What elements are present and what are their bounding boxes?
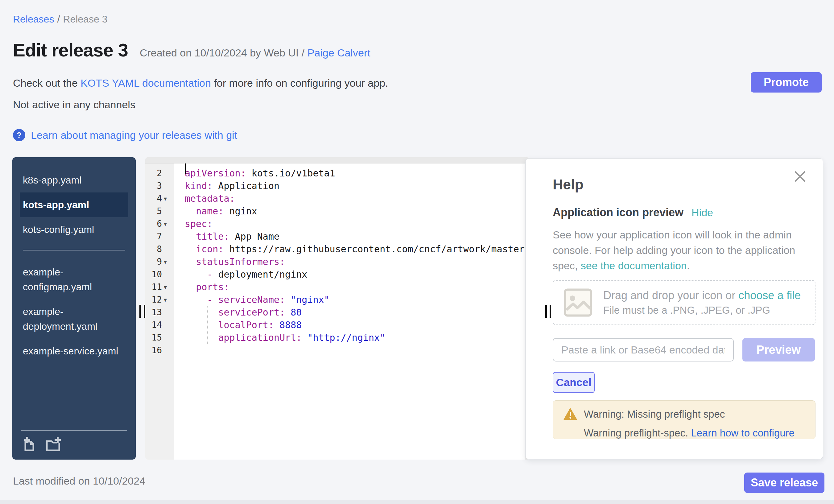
code-segment: icon: [196,244,224,255]
code-text: kind: Application [174,180,280,191]
warning-title: Warning: Missing preflight spec [584,409,725,420]
resize-bar [144,305,145,318]
code-line-16[interactable]: 16 [145,344,530,356]
sidebar-file-k8s-app.yaml[interactable]: k8s-app.yaml [20,168,128,193]
promote-button[interactable]: Promote [751,72,822,92]
warning-detail: Warning preflight-spec. Learn how to con… [584,427,815,439]
breadcrumb: Releases/Release 3 [13,14,107,25]
code-text: apiVersion: kots.io/v1beta1 [174,168,335,179]
code-segment: Application [213,180,280,191]
code-line-8[interactable]: 8 icon: https://raw.githubusercontent.co… [145,243,530,256]
code-line-9[interactable]: 9▾ statusInformers: [145,256,530,268]
code-line-10[interactable]: 10 - deployment/nginx [145,268,530,281]
page-title: Edit release 3 [13,40,128,61]
icon-dropzone[interactable]: Drag and drop your icon or choose a file… [553,280,815,325]
line-number: 9 [145,257,162,267]
code-line-7[interactable]: 7 title: App Name [145,230,530,243]
code-segment: apiVersion: [185,168,246,179]
line-number: 15 [145,332,162,343]
code-line-11[interactable]: 11▾ ports: [145,281,530,293]
help-panel-title: Help [553,176,815,193]
code-segment: nginx [224,206,257,217]
created-by-text: Created on 10/10/2024 by Web UI / Paige … [140,47,370,59]
file-label: k8s-app.yaml [23,175,82,186]
line-number: 16 [145,345,162,355]
help-panel-resize-handle[interactable] [545,305,551,318]
last-modified-text: Last modified on 10/10/2024 [13,475,145,487]
code-segment [185,307,218,318]
kots-yaml-doc-link[interactable]: KOTS YAML documentation [81,77,211,89]
code-line-5[interactable]: 5 name: nginx [145,205,530,217]
fold-arrow-icon[interactable]: ▾ [162,195,174,202]
code-segment: name: [196,206,224,217]
code-segment [185,282,196,292]
code-line-15[interactable]: 15 applicationUrl: "http://nginx" [145,331,530,344]
new-file-icon[interactable] [21,437,37,453]
sidebar-file-kots-config.yaml[interactable]: kots-config.yaml [20,217,128,242]
fold-arrow-icon[interactable]: ▾ [162,258,174,266]
fold-arrow-icon[interactable]: ▾ [162,296,174,304]
code-text: - deployment/nginx [174,269,307,280]
dropzone-text: Drag and drop your icon or choose a file… [603,289,801,316]
code-line-14[interactable]: 14 localPort: 8888 [145,319,530,331]
code-line-12[interactable]: 12▾ - serviceName: "nginx" [145,293,530,306]
code-line-6[interactable]: 6▾spec: [145,217,530,230]
sidebar-file-kots-app.yaml[interactable]: kots-app.yaml [20,193,128,217]
save-release-button[interactable]: Save release [744,473,825,493]
code-line-13[interactable]: 13 servicePort: 80 [145,306,530,319]
file-list: k8s-app.yaml kots-app.yaml kots-config.y… [12,157,136,363]
line-number: 4 [145,193,162,203]
code-segment: title: [196,231,229,242]
code-lines: 1---2apiVersion: kots.io/v1beta13kind: A… [145,157,530,356]
sidebar-file-example-configmap.yaml[interactable]: example-configmap.yaml [20,260,128,299]
git-help-link[interactable]: Learn about managing your releases with … [31,129,237,141]
code-line-4[interactable]: 4▾metadata: [145,192,530,205]
choose-file-link[interactable]: choose a file [739,289,801,302]
code-line-2[interactable]: 2apiVersion: kots.io/v1beta1 [145,167,530,179]
sidebar-file-example-service.yaml[interactable]: example-service.yaml [20,339,128,363]
icon-url-input[interactable] [553,338,734,361]
code-text: metadata: [174,193,235,204]
fold-arrow-icon[interactable]: ▾ [162,283,174,291]
warning-triangle-icon [564,408,577,420]
file-group-examples: example-configmap.yaml example-deploymen… [20,260,128,363]
code-segment: "http://nginx" [302,332,385,343]
line-number: 12 [145,294,162,305]
indent-guide [207,306,208,344]
code-line-3[interactable]: 3kind: Application [145,179,530,192]
sidebar-file-example-deployment.yaml[interactable]: example-deployment.yaml [20,299,128,339]
code-segment [185,231,196,242]
preview-button[interactable]: Preview [742,338,815,361]
new-folder-icon[interactable] [45,437,61,453]
editor-horizontal-scrollbar[interactable] [145,157,530,163]
preflight-warning-box: Warning: Missing preflight spec Warning … [553,400,815,439]
title-row: Edit release 3 Created on 10/10/2024 by … [13,40,370,61]
cancel-button[interactable]: Cancel [553,372,595,393]
breadcrumb-releases-link[interactable]: Releases [13,14,54,25]
code-segment: metadata: [185,193,235,204]
sidebar-resize-handle[interactable] [139,305,145,318]
code-text: applicationUrl: "http://nginx" [174,332,385,343]
code-segment: statusInformers: [196,256,285,267]
hide-link[interactable]: Hide [692,207,713,219]
line-number: 5 [145,206,162,216]
created-by-author-link[interactable]: Paige Calvert [308,47,370,59]
close-icon[interactable] [793,169,808,184]
file-group-divider [23,250,125,250]
code-segment [185,244,196,255]
channel-status: Not active in any channels [13,99,135,111]
code-segment [185,294,207,305]
learn-how-to-configure-link[interactable]: Learn how to configure [691,427,794,439]
fold-arrow-icon[interactable]: ▾ [162,220,174,228]
resize-bar [550,305,551,318]
yaml-editor[interactable]: 1---2apiVersion: kots.io/v1beta13kind: A… [145,157,530,460]
warning-detail-text: Warning preflight-spec. [584,427,691,439]
sidebar-actions [21,430,127,453]
code-text: name: nginx [174,206,257,217]
see-documentation-link[interactable]: see the documentation [581,260,687,271]
image-placeholder-icon [564,288,592,317]
code-text: localPort: 8888 [174,320,302,330]
code-segment: - serviceName: [207,294,285,305]
code-segment: applicationUrl: [218,332,302,343]
line-number: 2 [145,168,162,178]
